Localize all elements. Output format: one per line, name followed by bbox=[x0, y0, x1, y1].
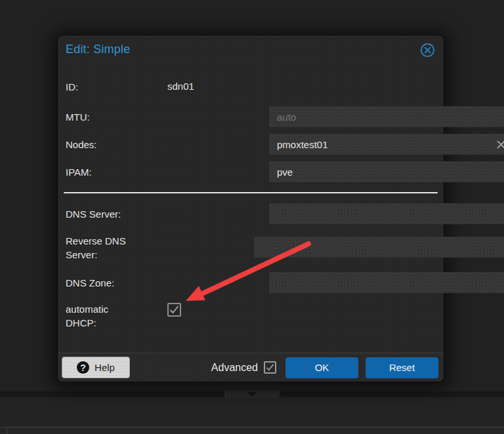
dns-zone-label: DNS Zone: bbox=[58, 276, 159, 290]
nodes-label: Nodes: bbox=[58, 138, 159, 151]
ok-button[interactable]: OK bbox=[285, 357, 358, 378]
dns-zone-field bbox=[269, 272, 504, 293]
field-row-ipam: IPAM: bbox=[58, 161, 444, 182]
ipam-label: IPAM: bbox=[58, 165, 159, 179]
checkmark-icon bbox=[266, 364, 274, 371]
panel-collapse-handle[interactable] bbox=[224, 391, 280, 398]
nodes-input[interactable] bbox=[269, 139, 496, 150]
id-label: ID: bbox=[58, 80, 159, 94]
mtu-label: MTU: bbox=[58, 110, 159, 124]
field-row-dns-zone: DNS Zone: bbox=[58, 272, 444, 293]
advanced-section-divider bbox=[64, 192, 438, 193]
dialog-header: Edit: Simple bbox=[58, 35, 444, 62]
edit-simple-dialog: Edit: Simple ID: sdn01 MTU: bbox=[58, 35, 444, 382]
reverse-dns-field bbox=[254, 237, 504, 258]
ipam-field bbox=[269, 161, 504, 182]
dns-server-field bbox=[269, 203, 504, 224]
field-row-id: ID: sdn01 bbox=[58, 77, 444, 96]
advanced-label: Advanced bbox=[211, 362, 258, 374]
mtu-field bbox=[269, 106, 504, 127]
ipam-input[interactable] bbox=[269, 167, 504, 178]
mtu-input[interactable] bbox=[269, 111, 504, 123]
field-row-automatic-dhcp: automatic DHCP: bbox=[58, 302, 444, 334]
dns-zone-input[interactable] bbox=[269, 277, 504, 288]
background-page bbox=[0, 397, 504, 427]
dns-server-input[interactable] bbox=[269, 208, 504, 220]
checkmark-icon bbox=[169, 306, 179, 314]
help-button-label: Help bbox=[94, 362, 115, 373]
dns-server-label: DNS Server: bbox=[58, 207, 159, 221]
reset-button[interactable]: Reset bbox=[366, 357, 438, 378]
field-row-nodes: Nodes: bbox=[58, 134, 444, 155]
automatic-dhcp-label: automatic DHCP: bbox=[58, 302, 131, 334]
bottom-panel bbox=[0, 427, 504, 434]
id-value: sdn01 bbox=[167, 81, 194, 92]
close-icon[interactable] bbox=[420, 43, 435, 58]
screen: Edit: Simple ID: sdn01 MTU: bbox=[0, 0, 504, 434]
collapse-down-icon bbox=[247, 392, 257, 397]
advanced-toggle: Advanced bbox=[211, 361, 276, 374]
advanced-checkbox[interactable] bbox=[264, 361, 276, 374]
clear-icon[interactable] bbox=[496, 140, 504, 149]
help-icon: ? bbox=[77, 361, 89, 374]
field-row-reverse-dns: Reverse DNS Server: bbox=[58, 234, 444, 264]
field-row-dns-server: DNS Server: bbox=[58, 203, 444, 224]
reverse-dns-input[interactable] bbox=[254, 242, 504, 253]
dialog-title: Edit: Simple bbox=[66, 43, 130, 56]
help-button[interactable]: ? Help bbox=[62, 357, 130, 378]
nodes-field bbox=[269, 134, 504, 155]
reverse-dns-label: Reverse DNS Server: bbox=[58, 234, 144, 264]
bottom-panel-column-line bbox=[7, 427, 7, 434]
automatic-dhcp-checkbox[interactable] bbox=[167, 303, 181, 317]
dialog-footer: ? Help Advanced OK Reset bbox=[58, 353, 444, 382]
field-row-mtu: MTU: bbox=[58, 106, 444, 127]
